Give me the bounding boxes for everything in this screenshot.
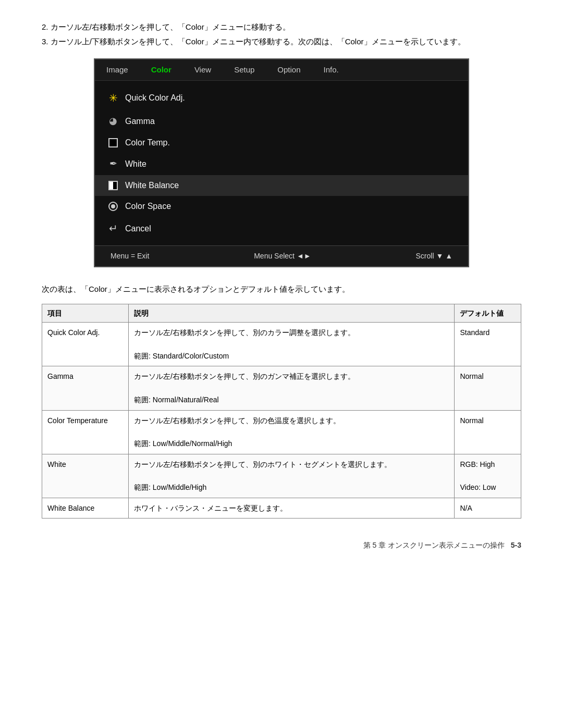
item-color-temperature: Color Temperature (42, 410, 129, 454)
default-white-balance: N/A (455, 498, 521, 518)
color-menu-content: ✳ Quick Color Adj. ◕ Gamma Color Temp. ✒… (95, 81, 468, 245)
color-menu-color-space[interactable]: Color Space (95, 196, 468, 217)
desc-quick-color: カーソル左/右移動ボタンを押して、別のカラー調整を選択します。 範囲: Stan… (129, 323, 455, 366)
color-menu-cancel[interactable]: ↵ Cancel (95, 216, 468, 240)
color-temp-icon (105, 138, 121, 147)
desc-white-balance: ホワイト・バランス・メニューを変更します。 (129, 498, 455, 518)
menu-item-option[interactable]: Option (266, 59, 312, 80)
menu-item-color[interactable]: Color (140, 59, 183, 80)
table-row: Color Temperature カーソル左/右移動ボタンを押して、別の色温度… (42, 410, 521, 454)
table-intro-text: 次の表は、「Color」メニューに表示されるオプションとデフォルト値を示していま… (42, 283, 521, 295)
footer-chapter: 第 5 章 オンスクリーン表示メニューの操作 (363, 541, 505, 549)
default-white: RGB: High Video: Low (455, 454, 521, 498)
cancel-icon: ↵ (105, 220, 121, 237)
step3-text: 3. カーソル上/下移動ボタンを押して、「Color」メニュー内で移動する。次の… (42, 35, 521, 48)
bottom-scroll: Scroll ▼ ▲ (415, 250, 452, 262)
item-white-balance: White Balance (42, 498, 129, 518)
white-balance-icon (105, 181, 121, 190)
table-row: Quick Color Adj. カーソル左/右移動ボタンを押して、別のカラー調… (42, 323, 521, 366)
desc-gamma: カーソル左/右移動ボタンを押して、別のガンマ補正を選択します。 範囲: Norm… (129, 366, 455, 410)
color-options-table: 項目 説明 デフォルト値 Quick Color Adj. カーソル左/右移動ボ… (42, 304, 521, 519)
table-row: White カーソル左/右移動ボタンを押して、別のホワイト・セグメントを選択しま… (42, 454, 521, 498)
item-white: White (42, 454, 129, 498)
sun-icon: ✳ (105, 90, 121, 106)
color-menu-gamma[interactable]: ◕ Gamma (95, 110, 468, 132)
menu-item-view[interactable]: View (183, 59, 223, 80)
white-icon: ✒ (105, 156, 121, 171)
menu-item-image[interactable]: Image (95, 59, 140, 80)
bottom-select: Menu Select ◄► (254, 250, 311, 262)
default-quick-color: Standard (455, 323, 521, 366)
bottom-exit: Menu = Exit (111, 250, 149, 262)
page-number: 5-3 (511, 541, 521, 549)
color-menu-white-balance[interactable]: White Balance (95, 175, 468, 196)
table-intro: 次の表は、「Color」メニューに表示されるオプションとデフォルト値を示していま… (42, 283, 521, 295)
item-gamma: Gamma (42, 366, 129, 410)
page-footer: 第 5 章 オンスクリーン表示メニューの操作 5-3 (42, 539, 521, 551)
color-menu-quick-color[interactable]: ✳ Quick Color Adj. (95, 86, 468, 110)
table-row: White Balance ホワイト・バランス・メニューを変更します。 N/A (42, 498, 521, 518)
gamma-icon: ◕ (105, 114, 121, 129)
table-row: Gamma カーソル左/右移動ボタンを押して、別のガンマ補正を選択します。 範囲… (42, 366, 521, 410)
item-quick-color: Quick Color Adj. (42, 323, 129, 366)
desc-color-temperature: カーソル左/右移動ボタンを押して、別の色温度を選択します。 範囲: Low/Mi… (129, 410, 455, 454)
monitor-ui: Image Color View Setup Option Info. ✳ Qu… (94, 58, 469, 267)
default-gamma: Normal (455, 366, 521, 410)
menu-item-info[interactable]: Info. (312, 59, 350, 80)
intro-section: 2. カーソル左/右移動ボタンを押して、「Color」メニューに移動する。 3.… (42, 21, 521, 48)
color-space-icon (105, 202, 121, 211)
color-menu-color-temp[interactable]: Color Temp. (95, 132, 468, 153)
desc-white: カーソル左/右移動ボタンを押して、別のホワイト・セグメントを選択します。 範囲:… (129, 454, 455, 498)
col-header-description: 説明 (129, 304, 455, 322)
col-header-default: デフォルト値 (455, 304, 521, 322)
color-menu-white[interactable]: ✒ White (95, 153, 468, 175)
step2-text: 2. カーソル左/右移動ボタンを押して、「Color」メニューに移動する。 (42, 21, 521, 33)
menu-item-setup[interactable]: Setup (223, 59, 266, 80)
default-color-temperature: Normal (455, 410, 521, 454)
col-header-item: 項目 (42, 304, 129, 322)
menu-bar: Image Color View Setup Option Info. (95, 59, 468, 81)
menu-bottom-bar: Menu = Exit Menu Select ◄► Scroll ▼ ▲ (95, 245, 468, 266)
